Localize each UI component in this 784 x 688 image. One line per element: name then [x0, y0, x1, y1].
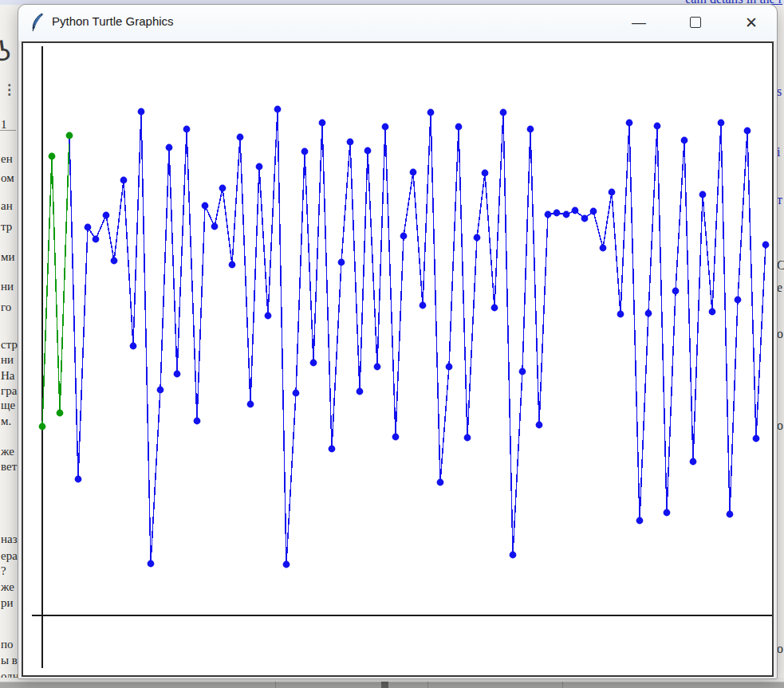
document-text-fragment: м.: [1, 415, 11, 428]
data-point-dot: [681, 137, 688, 144]
data-point-dot: [474, 234, 481, 242]
data-point-dot: [265, 313, 272, 320]
data-point-dot: [392, 434, 400, 441]
turtle-canvas: [22, 41, 774, 677]
data-point-dot: [709, 309, 716, 316]
data-point-dot: [357, 388, 364, 395]
document-text-fragment: о: [777, 642, 783, 656]
data-point-dot: [735, 297, 742, 304]
data-point-dot: [130, 343, 137, 350]
data-point-dot: [382, 124, 389, 131]
document-text-fragment: тр: [1, 220, 12, 234]
data-point-dot: [274, 106, 282, 113]
document-text-fragment: ?: [1, 564, 6, 578]
maximize-button[interactable]: [677, 5, 714, 40]
data-point-dot: [75, 476, 82, 483]
data-point-dot: [85, 224, 92, 231]
background-bottom-divider: [562, 682, 563, 688]
data-point-dot: [482, 170, 489, 177]
data-point-dot: [500, 109, 507, 116]
data-point-dot: [237, 134, 244, 141]
document-text-fragment: ни: [1, 280, 14, 293]
data-point-dot: [338, 259, 345, 266]
data-point-dot: [690, 458, 697, 466]
data-point-dot: [527, 126, 534, 133]
background-bottom-notch: [381, 682, 388, 688]
minimize-button[interactable]: —: [621, 5, 657, 40]
data-point-dot: [718, 120, 725, 127]
data-point-dot: [427, 109, 435, 116]
document-text-fragment: ера: [1, 549, 18, 563]
data-point-dot: [202, 202, 209, 210]
data-point-dot: [111, 258, 118, 265]
data-point-dot: [672, 288, 680, 295]
data-point-dot: [319, 120, 326, 127]
data-point-dot: [654, 123, 661, 130]
document-text-fragment: ри: [1, 596, 14, 610]
maximize-icon: [690, 17, 701, 28]
data-point-dot: [572, 207, 579, 214]
document-text-fragment: о: [777, 327, 783, 341]
data-point-dot: [554, 210, 561, 217]
data-point-dot: [437, 479, 444, 486]
document-text-fragment: ом: [1, 171, 14, 185]
turtle-drawing: [22, 41, 774, 677]
document-text-fragment: т: [777, 193, 782, 207]
document-text-fragment: гра: [1, 384, 17, 398]
data-point-dot: [174, 371, 181, 378]
data-point-dot: [510, 552, 517, 559]
document-text-fragment: На: [1, 369, 15, 383]
document-text-fragment: ен: [1, 152, 13, 166]
document-text-fragment: же: [1, 445, 14, 458]
document-text-fragment: о: [777, 419, 783, 433]
kebab-menu-icon: ⋮: [2, 86, 16, 100]
document-text-fragment: вет: [1, 460, 17, 474]
background-right-document-strip: ѕітСеооо: [777, 0, 784, 688]
data-point-dot: [66, 132, 73, 140]
data-point-dot: [374, 364, 381, 371]
document-text-fragment: же: [1, 580, 14, 594]
data-point-dot: [636, 517, 644, 525]
data-point-dot: [103, 212, 110, 219]
data-point-dot: [536, 422, 543, 429]
document-text-fragment: го: [1, 301, 11, 314]
data-point-dot: [229, 261, 236, 269]
data-point-dot: [211, 223, 219, 230]
data-point-dot: [446, 364, 453, 371]
python-tk-feather-icon: [29, 13, 46, 32]
document-text-fragment: ан: [1, 199, 13, 213]
data-point-dot: [491, 305, 498, 312]
close-button[interactable]: ✕: [733, 5, 770, 40]
data-point-dot: [762, 242, 770, 249]
data-point-dot: [464, 434, 471, 442]
window-titlebar[interactable]: Python Turtle Graphics — ✕: [18, 5, 777, 41]
data-point-dot: [49, 153, 56, 160]
data-point-dot: [57, 410, 64, 417]
data-point-dot: [148, 560, 155, 568]
data-point-dot: [664, 509, 671, 517]
data-point-dot: [301, 148, 309, 155]
document-text-fragment: наз: [1, 533, 18, 546]
data-point-dot: [293, 390, 300, 397]
data-point-dot: [753, 435, 760, 442]
data-point-dot: [310, 360, 317, 367]
data-point-dot: [157, 387, 164, 394]
data-point-dot: [347, 139, 354, 146]
data-point-dot: [609, 189, 616, 196]
background-bottom-grey-band: [0, 682, 784, 688]
document-text-fragment: ы в: [1, 654, 18, 667]
data-point-dot: [39, 423, 46, 430]
data-point-dot: [219, 185, 227, 192]
document-text-fragment: 1: [1, 118, 7, 132]
data-point-dot: [247, 401, 254, 408]
document-text-fragment: по: [1, 638, 14, 651]
document-text-fragment: е: [777, 281, 782, 295]
data-point-dot: [194, 418, 201, 425]
background-bottom-divider: [427, 682, 428, 688]
data-point-dot: [400, 233, 408, 240]
data-point-dot: [329, 446, 336, 453]
data-point-dot: [699, 191, 707, 199]
data-point-dot: [120, 177, 128, 184]
data-point-dot: [617, 311, 624, 318]
document-text-fragment: ще: [1, 399, 15, 412]
